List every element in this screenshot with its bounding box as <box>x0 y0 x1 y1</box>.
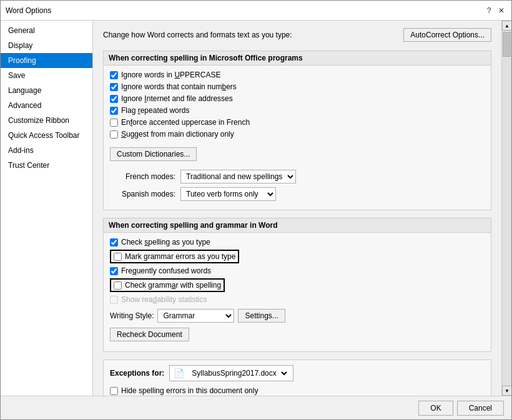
title-bar: Word Options ? ✕ <box>1 1 511 21</box>
enforce-french-label[interactable]: Enforce accented uppercase in French <box>121 118 250 127</box>
ok-button[interactable]: OK <box>418 401 453 416</box>
show-readability-label[interactable]: Show readability statistics <box>121 295 207 304</box>
hide-spelling-label[interactable]: Hide spelling errors in this document on… <box>121 386 258 395</box>
checkbox-suggest-main: Suggest from main dictionary only <box>110 130 485 139</box>
suggest-main-checkbox[interactable] <box>110 130 118 139</box>
enforce-french-checkbox[interactable] <box>110 119 118 127</box>
flag-repeated-label[interactable]: Flag repeated words <box>121 106 189 115</box>
checkbox-show-readability: Show readability statistics <box>110 295 485 304</box>
ignore-numbers-label[interactable]: Ignore words that contain numbers <box>121 82 237 91</box>
recheck-row: Recheck Document <box>110 328 485 341</box>
checkbox-enforce-french: Enforce accented uppercase in French <box>110 118 485 127</box>
settings-button[interactable]: Settings... <box>238 309 285 323</box>
cancel-button[interactable]: Cancel <box>457 401 504 416</box>
ignore-uppercase-label[interactable]: Ignore words in UPPERCASE <box>121 71 220 79</box>
checkbox-ignore-numbers: Ignore words that contain numbers <box>110 82 485 91</box>
spanish-modes-row: Spanish modes: Tuteo verb forms only Tut… <box>110 187 485 201</box>
dialog-body: General Display Proofing Save Language A… <box>1 21 511 396</box>
sidebar-item-language[interactable]: Language <box>1 83 92 98</box>
doc-selector: 📄 SyllabusSpring2017.docx <box>169 365 293 381</box>
checkbox-mark-grammar-row: Mark grammar errors as you type <box>110 250 485 263</box>
footer: OK Cancel <box>1 396 511 419</box>
spelling-section-header: When correcting spelling in Microsoft Of… <box>104 51 491 66</box>
checkbox-flag-repeated: Flag repeated words <box>110 106 485 115</box>
frequently-confused-label[interactable]: Frequently confused words <box>121 266 211 275</box>
spelling-section: When correcting spelling in Microsoft Of… <box>103 51 491 210</box>
ignore-numbers-checkbox[interactable] <box>110 83 118 91</box>
spanish-modes-label: Spanish modes: <box>110 190 175 198</box>
spanish-modes-select[interactable]: Tuteo verb forms only Tuteo and voseo fo… <box>180 187 276 201</box>
mark-grammar-checkbox[interactable] <box>114 253 122 261</box>
sidebar-item-quick-access[interactable]: Quick Access Toolbar <box>1 128 92 143</box>
scroll-up-button[interactable]: ▲ <box>502 21 511 31</box>
checkbox-check-spelling: Check spelling as you type <box>110 238 485 247</box>
sidebar-item-proofing[interactable]: Proofing <box>1 53 92 68</box>
sidebar-item-general[interactable]: General <box>1 23 92 38</box>
sidebar-item-add-ins[interactable]: Add-ins <box>1 143 92 158</box>
dialog-title: Word Options <box>6 6 51 15</box>
exceptions-header-row: Exceptions for: 📄 SyllabusSpring2017.doc… <box>110 365 485 381</box>
word-options-dialog: Word Options ? ✕ General Display Proofin… <box>0 0 512 420</box>
sidebar-item-trust-center[interactable]: Trust Center <box>1 158 92 173</box>
ignore-uppercase-checkbox[interactable] <box>110 71 118 79</box>
grammar-section-header: When correcting spelling and grammar in … <box>104 218 491 233</box>
mark-grammar-highlighted: Mark grammar errors as you type <box>110 250 239 263</box>
writing-style-row: Writing Style: Grammar Grammar & Style S… <box>110 309 485 323</box>
autocorrect-options-button[interactable]: AutoCorrect Options... <box>403 28 491 42</box>
exceptions-section-body: Exceptions for: 📄 SyllabusSpring2017.doc… <box>104 360 491 396</box>
check-spelling-checkbox[interactable] <box>110 238 118 247</box>
main-content: Change how Word corrects and formats tex… <box>93 21 501 396</box>
sidebar: General Display Proofing Save Language A… <box>1 21 93 396</box>
sidebar-item-display[interactable]: Display <box>1 38 92 53</box>
ignore-internet-checkbox[interactable] <box>110 95 118 103</box>
grammar-section-body: Check spelling as you type Mark grammar … <box>104 233 491 351</box>
close-button[interactable]: ✕ <box>496 6 506 16</box>
title-bar-controls: ? ✕ <box>484 6 506 16</box>
scroll-track <box>502 31 511 386</box>
checkbox-ignore-internet: Ignore Internet and file addresses <box>110 94 485 103</box>
scroll-thumb[interactable] <box>503 32 511 57</box>
scroll-down-button[interactable]: ▼ <box>502 386 511 396</box>
french-modes-row: French modes: Traditional and new spelli… <box>110 170 485 183</box>
sidebar-item-customize-ribbon[interactable]: Customize Ribbon <box>1 113 92 128</box>
show-readability-checkbox[interactable] <box>110 296 118 304</box>
spelling-section-body: Ignore words in UPPERCASE Ignore words t… <box>104 66 491 210</box>
flag-repeated-checkbox[interactable] <box>110 107 118 115</box>
checkbox-frequently-confused: Frequently confused words <box>110 266 485 275</box>
frequently-confused-checkbox[interactable] <box>110 267 118 275</box>
custom-dictionaries-button[interactable]: Custom Dictionaries... <box>110 147 197 161</box>
help-button[interactable]: ? <box>484 6 494 16</box>
doc-icon: 📄 <box>174 368 184 378</box>
check-grammar-checkbox[interactable] <box>114 281 122 290</box>
top-label: Change how Word corrects and formats tex… <box>103 31 398 39</box>
checkbox-ignore-uppercase: Ignore words in UPPERCASE <box>110 71 485 79</box>
suggest-main-label[interactable]: Suggest from main dictionary only <box>121 130 234 139</box>
hide-spelling-checkbox[interactable] <box>110 387 118 395</box>
check-spelling-label[interactable]: Check spelling as you type <box>121 238 210 247</box>
top-row: Change how Word corrects and formats tex… <box>103 28 491 42</box>
check-grammar-highlighted: Check grammar with spelling <box>110 278 225 292</box>
writing-style-select[interactable]: Grammar Grammar & Style <box>157 309 234 323</box>
writing-style-label: Writing Style: <box>110 311 154 320</box>
recheck-document-button[interactable]: Recheck Document <box>110 328 189 341</box>
french-modes-select[interactable]: Traditional and new spellings New spelli… <box>180 170 296 183</box>
sidebar-item-advanced[interactable]: Advanced <box>1 98 92 113</box>
sidebar-item-save[interactable]: Save <box>1 68 92 83</box>
grammar-section: When correcting spelling and grammar in … <box>103 218 491 352</box>
exceptions-section: Exceptions for: 📄 SyllabusSpring2017.doc… <box>103 359 491 396</box>
check-grammar-label[interactable]: Check grammar with spelling <box>125 281 221 290</box>
doc-name-select[interactable]: SyllabusSpring2017.docx <box>187 367 289 379</box>
french-modes-label: French modes: <box>110 172 175 181</box>
checkbox-check-grammar-row: Check grammar with spelling <box>110 278 485 292</box>
scrollbar: ▲ ▼ <box>501 21 511 396</box>
ignore-internet-label[interactable]: Ignore Internet and file addresses <box>121 94 233 103</box>
exceptions-label: Exceptions for: <box>110 369 164 378</box>
checkbox-hide-spelling: Hide spelling errors in this document on… <box>110 386 485 395</box>
mark-grammar-label[interactable]: Mark grammar errors as you type <box>125 252 235 261</box>
